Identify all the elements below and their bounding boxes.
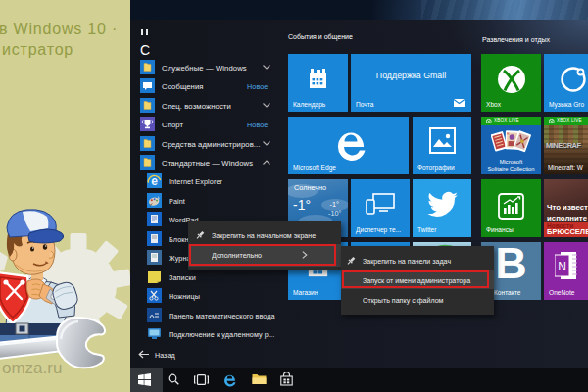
svg-text:K: K (507, 131, 510, 136)
svg-text:N: N (558, 260, 566, 273)
